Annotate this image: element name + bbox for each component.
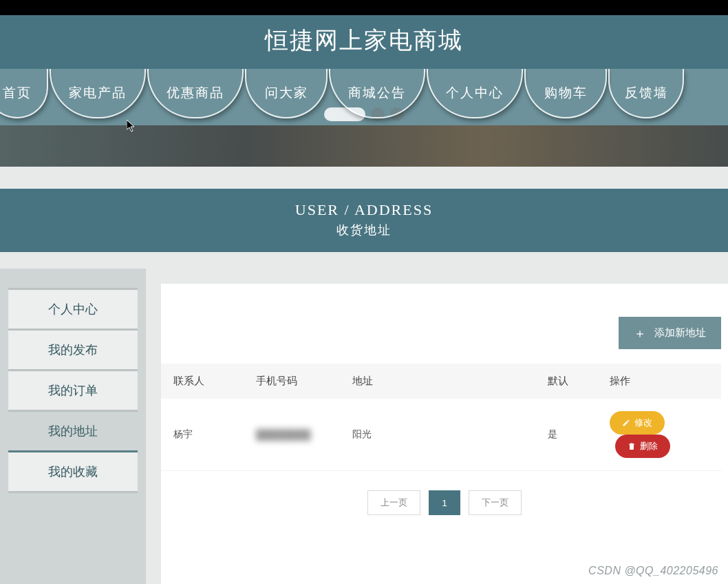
delete-button[interactable]: 删除 xyxy=(615,435,670,458)
pagination: 上一页 1 下一页 xyxy=(161,490,728,515)
cell-address: 阳光 xyxy=(340,399,535,471)
page-title-cn: 收货地址 xyxy=(0,222,728,238)
pager-page-1[interactable]: 1 xyxy=(429,490,460,515)
pencil-icon xyxy=(622,419,630,427)
cell-phone: ████████ xyxy=(244,399,340,471)
add-address-label: 添加新地址 xyxy=(654,326,706,340)
main-nav: 首页 家电产品 优惠商品 问大家 商城公告 个人中心 购物车 反馈墙 xyxy=(0,69,728,125)
sidebar-item-myposts[interactable]: 我的发布 xyxy=(8,331,138,371)
edit-button[interactable]: 修改 xyxy=(610,411,665,435)
pager-prev[interactable]: 上一页 xyxy=(367,490,420,515)
page-title-bar: USER / ADDRESS 收货地址 xyxy=(0,189,728,252)
address-panel: ＋ 添加新地址 联系人 手机号码 地址 默认 操作 杨宇 ████ xyxy=(161,284,728,584)
nav-item-feedback[interactable]: 反馈墙 xyxy=(608,69,684,118)
delete-label: 删除 xyxy=(640,440,658,452)
content-area: ＋ 添加新地址 联系人 手机号码 地址 默认 操作 杨宇 ████ xyxy=(146,269,728,584)
th-address: 地址 xyxy=(340,364,535,399)
hero-banner xyxy=(0,125,728,167)
th-default: 默认 xyxy=(535,364,597,399)
th-contact: 联系人 xyxy=(161,364,244,399)
watermark: CSDN @QQ_402205496 xyxy=(588,565,718,577)
trash-icon xyxy=(628,442,636,450)
nav-item-home[interactable]: 首页 xyxy=(0,69,48,118)
nav-item-profile[interactable]: 个人中心 xyxy=(427,69,523,118)
pager-next[interactable]: 下一页 xyxy=(469,490,522,515)
th-ops: 操作 xyxy=(597,364,721,399)
nav-item-cart[interactable]: 购物车 xyxy=(524,69,607,118)
sidebar-item-myaddress[interactable]: 我的地址 xyxy=(8,412,138,452)
sidebar: 个人中心 我的发布 我的订单 我的地址 我的收藏 xyxy=(0,269,146,584)
nav-item-ask[interactable]: 问大家 xyxy=(245,69,328,118)
cell-default: 是 xyxy=(535,399,597,471)
nav-item-notice[interactable]: 商城公告 xyxy=(329,69,425,118)
site-header: 恒捷网上家电商城 xyxy=(0,15,728,69)
address-table: 联系人 手机号码 地址 默认 操作 杨宇 ████████ 阳光 是 xyxy=(161,364,721,471)
edit-label: 修改 xyxy=(634,417,652,429)
site-title: 恒捷网上家电商城 xyxy=(0,25,728,56)
nav-item-deals[interactable]: 优惠商品 xyxy=(147,69,244,118)
sidebar-item-myfavorites[interactable]: 我的收藏 xyxy=(8,452,138,493)
sidebar-item-myorders[interactable]: 我的订单 xyxy=(8,371,138,412)
add-address-button[interactable]: ＋ 添加新地址 xyxy=(619,317,721,349)
cell-contact: 杨宇 xyxy=(161,399,244,471)
page-title-en: USER / ADDRESS xyxy=(0,201,728,219)
cell-ops: 修改 删除 xyxy=(597,399,721,471)
sidebar-item-profile[interactable]: 个人中心 xyxy=(8,288,138,331)
nav-item-products[interactable]: 家电产品 xyxy=(50,69,146,118)
table-row: 杨宇 ████████ 阳光 是 修改 删除 xyxy=(161,399,721,471)
top-black-bar xyxy=(0,0,728,15)
th-phone: 手机号码 xyxy=(244,364,340,399)
plus-icon: ＋ xyxy=(634,327,646,340)
